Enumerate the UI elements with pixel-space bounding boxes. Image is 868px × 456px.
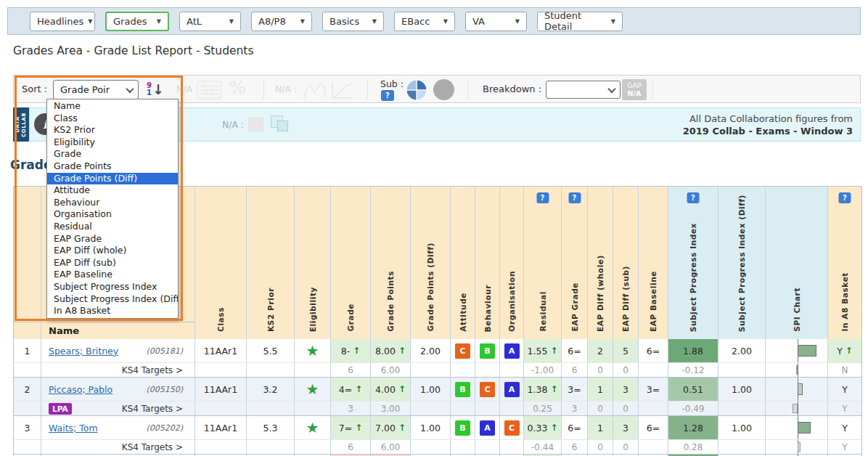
- up-arrow-icon: ↑: [398, 384, 406, 394]
- help-icon[interactable]: ?: [568, 192, 581, 203]
- layered-squares-icon: [271, 115, 290, 134]
- cell-att: [451, 440, 475, 454]
- sort-option-subject-progress-index-diff[interactable]: Subject Progress Index (Diff): [47, 293, 178, 306]
- nav-tab-va[interactable]: VA▼: [465, 12, 527, 31]
- sort-option-eap-diff-whole[interactable]: EAP Diff (whole): [47, 245, 178, 257]
- cell-spi-chart: [766, 339, 828, 362]
- ks4-targets-link[interactable]: KS4 Targets >: [122, 365, 183, 375]
- student-row-targets: KS4 Targets >66.00-1.00600-0.12N: [14, 363, 861, 378]
- sort-option-organisation[interactable]: Organisation: [47, 208, 178, 221]
- circle-toggle-icon[interactable]: [433, 79, 454, 100]
- help-icon[interactable]: ?: [839, 192, 851, 203]
- cell-num: 3: [14, 416, 41, 439]
- cell-value: 5: [623, 346, 629, 357]
- cell-value: 0.33: [528, 423, 548, 433]
- cell-value: 2.00: [732, 346, 752, 357]
- student-row-main: 3Waits; Tom(005202)11AAr15.3★7=↑7.00↑1.0…: [14, 416, 861, 440]
- cell-value: 0: [623, 442, 629, 452]
- column-header-class: Class: [195, 187, 247, 339]
- cell-points: 6.00: [371, 440, 411, 454]
- cell-beh: [475, 363, 500, 377]
- column-header-eap_grade: ?EAP Grade: [562, 187, 588, 339]
- cell-elig: [295, 402, 331, 415]
- cell-org: C: [500, 416, 524, 439]
- sort-option-eap-grade[interactable]: EAP Grade: [47, 233, 178, 245]
- cell-value: 3: [572, 404, 578, 414]
- cell-residual: 0.33↑: [524, 416, 562, 439]
- cell-value: 8-: [341, 346, 350, 357]
- sort-option-eap-diff-sub[interactable]: EAP Diff (sub): [47, 257, 178, 269]
- cell-points: 4.00↑: [371, 378, 411, 401]
- cell-org: [500, 440, 524, 454]
- sort-option-residual[interactable]: Residual: [47, 221, 178, 233]
- sort-option-attitude[interactable]: Attitude: [47, 184, 178, 197]
- column-header-points: Grade Points: [371, 187, 411, 339]
- breakdown-select[interactable]: [546, 81, 621, 99]
- cell-beh: [475, 402, 500, 415]
- nav-tab-label: Student Detail: [544, 10, 607, 32]
- cell-eap_base: 3=: [639, 378, 668, 401]
- data-collab-tab[interactable]: DATA COLLAB: [13, 107, 29, 142]
- cell-points: 8.00↑: [371, 339, 411, 362]
- nav-tab-student-detail[interactable]: Student Detail▼: [537, 12, 623, 31]
- sort-option-in-a8-basket[interactable]: In A8 Basket: [47, 305, 178, 317]
- sort-option-eligibility[interactable]: Eligibility: [47, 137, 178, 149]
- student-name-link[interactable]: Waits; Tom: [49, 423, 98, 433]
- help-icon[interactable]: ?: [536, 192, 549, 203]
- column-header-num: [14, 187, 41, 339]
- cell-value: 1: [597, 384, 603, 395]
- sort-option-ks2-prior[interactable]: KS2 Prior: [47, 124, 178, 137]
- cell-att: [451, 363, 475, 377]
- column-header-residual: ?Residual: [524, 187, 562, 339]
- column-header-spi: ?Subject Progress Index: [668, 187, 718, 339]
- help-icon[interactable]: ?: [687, 192, 700, 203]
- student-name-link[interactable]: Spears; Britney: [49, 346, 118, 357]
- cell-class: [195, 363, 247, 377]
- cell-eap_grade: 6=: [562, 339, 588, 362]
- nav-tab-grades[interactable]: Grades▼: [105, 12, 169, 31]
- lpa-badge: LPA: [49, 403, 72, 415]
- chevron-down-icon: ▼: [157, 18, 161, 25]
- sort-option-subject-progress-index[interactable]: Subject Progress Index: [47, 281, 178, 293]
- organisation-chip: C: [504, 420, 520, 436]
- cell-eap_grade: 3=: [562, 378, 588, 401]
- sort-direction-button[interactable]: 91 ↓: [147, 79, 170, 99]
- nav-tab-ebacc[interactable]: EBacc▼: [394, 12, 455, 31]
- cell-eap_base: [639, 402, 668, 415]
- nav-tab-a8-p8[interactable]: A8/P8▼: [251, 12, 312, 31]
- sort-option-class[interactable]: Class: [47, 113, 178, 125]
- cell-eap_grade: 3: [562, 402, 588, 415]
- cell-spi: 0.51: [668, 378, 718, 401]
- student-name-link[interactable]: Piccaso; Pablo: [49, 384, 112, 395]
- cell-value: 5.3: [263, 423, 278, 433]
- nav-tab-basics[interactable]: Basics▼: [322, 12, 384, 31]
- pie-chart-toggle-icon[interactable]: [406, 79, 427, 101]
- ks4-targets-link[interactable]: KS4 Targets >: [122, 404, 183, 414]
- sub-help-icon[interactable]: ?: [381, 90, 394, 101]
- column-header-grade: Grade: [331, 187, 371, 339]
- sort-option-eap-baseline[interactable]: EAP Baseline: [47, 269, 178, 281]
- sort-select[interactable]: Grade Poir: [53, 80, 139, 99]
- nav-tab-atl[interactable]: AtL▼: [179, 12, 241, 31]
- cell-spi_diff: [718, 440, 766, 454]
- cell-value: -0.12: [681, 365, 704, 375]
- nav-tab-label: Basics: [329, 16, 359, 27]
- cell-beh: A: [475, 416, 500, 439]
- cell-eap_base: [639, 440, 668, 454]
- column-label: Grade Points (Diff): [426, 243, 435, 332]
- nav-tab-label: EBacc: [401, 16, 430, 27]
- sort-label: Sort :: [22, 76, 47, 102]
- sort-dropdown-list[interactable]: NameClassKS2 PriorEligibilityGradeGrade …: [46, 99, 179, 319]
- cell-class: [195, 440, 247, 454]
- nav-tab-headlines[interactable]: Headlines▼: [30, 12, 95, 31]
- cell-grade: 3: [331, 402, 371, 415]
- cell-eap_s: 3: [613, 416, 639, 439]
- sort-option-behaviour[interactable]: Behaviour: [47, 197, 178, 209]
- sort-option-grade-points[interactable]: Grade Points: [47, 160, 178, 173]
- nav-tab-label: A8/P8: [258, 16, 286, 27]
- sort-option-name[interactable]: Name: [47, 100, 178, 113]
- sort-option-grade[interactable]: Grade: [47, 148, 178, 160]
- column-label: Behaviour: [483, 285, 492, 332]
- sort-option-grade-points-diff[interactable]: Grade Points (Diff): [47, 173, 178, 185]
- ks4-targets-link[interactable]: KS4 Targets >: [122, 442, 183, 452]
